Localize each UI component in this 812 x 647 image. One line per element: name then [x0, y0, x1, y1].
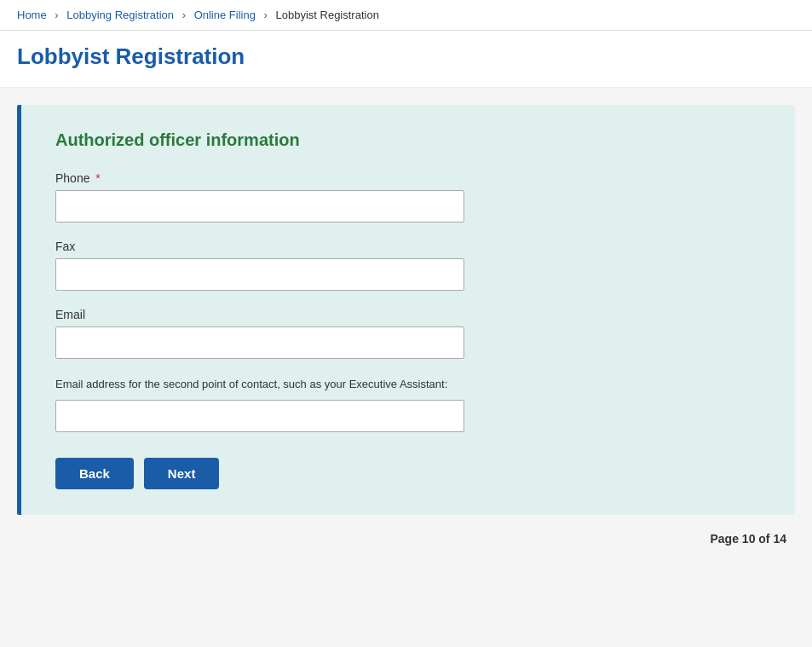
- secondary-email-field-group: Email address for the second point of co…: [55, 376, 761, 432]
- page-indicator: Page 10 of 14: [17, 532, 795, 546]
- page-header: Lobbyist Registration: [0, 31, 812, 88]
- breadcrumb-current: Lobbyist Registration: [275, 9, 378, 21]
- phone-input[interactable]: [55, 190, 464, 222]
- button-row: Back Next: [55, 458, 761, 489]
- email-label: Email: [55, 308, 761, 321]
- form-card: Authorized officer information Phone * F…: [17, 105, 795, 515]
- pagination-text: Page 10 of 14: [711, 532, 787, 546]
- email-input[interactable]: [55, 326, 464, 359]
- email-field-group: Email: [55, 308, 761, 359]
- phone-field-group: Phone *: [55, 171, 761, 222]
- breadcrumb-sep-3: ›: [264, 9, 268, 21]
- breadcrumb-home-link[interactable]: Home: [17, 9, 47, 21]
- fax-field-group: Fax: [55, 240, 761, 291]
- breadcrumb-sep-2: ›: [182, 9, 186, 21]
- page-title: Lobbyist Registration: [17, 43, 795, 70]
- breadcrumb-lobbying-link[interactable]: Lobbying Registration: [66, 9, 174, 21]
- fax-label: Fax: [55, 240, 761, 253]
- secondary-email-help-text: Email address for the second point of co…: [55, 376, 761, 393]
- fax-input[interactable]: [55, 258, 464, 291]
- breadcrumb-sep-1: ›: [55, 9, 58, 21]
- main-content: Authorized officer information Phone * F…: [0, 88, 812, 563]
- secondary-email-input[interactable]: [55, 400, 464, 432]
- breadcrumb: Home › Lobbying Registration › Online Fi…: [0, 0, 812, 31]
- phone-required-asterisk: *: [92, 171, 100, 185]
- breadcrumb-online-filing-link[interactable]: Online Filing: [194, 9, 256, 21]
- phone-label: Phone *: [55, 171, 761, 185]
- section-title: Authorized officer information: [55, 130, 761, 150]
- back-button[interactable]: Back: [55, 458, 134, 489]
- next-button[interactable]: Next: [144, 458, 220, 489]
